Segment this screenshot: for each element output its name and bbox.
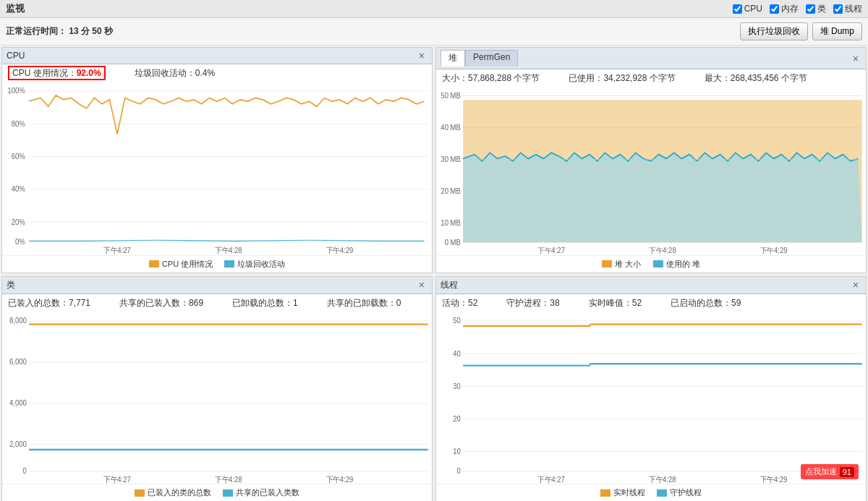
svg-text:100%: 100% [7, 87, 25, 95]
cpu-legend: CPU 使用情况 垃圾回收活动 [2, 255, 432, 273]
svg-text:4,000: 4,000 [9, 398, 27, 407]
heap-size-stat: 大小：57,868,288 个字节 [442, 72, 540, 85]
heap-used-stat: 已使用：34,232,928 个字节 [569, 72, 675, 85]
svg-text:50: 50 [453, 316, 461, 325]
svg-text:0%: 0% [15, 238, 25, 247]
checkbox-thread[interactable]: 线程 [833, 3, 862, 15]
threads-panel-header: 线程 × [436, 277, 866, 294]
legend-color-heap-size [602, 260, 612, 267]
svg-text:下午4:28: 下午4:28 [649, 247, 676, 254]
svg-text:下午4:28: 下午4:28 [215, 247, 242, 255]
legend-heap-size: 堆 大小 [602, 259, 641, 270]
app-title: 监视 [6, 2, 25, 15]
threads-chart: 50 40 30 20 10 0 下午4:27 下午4:28 下午4:29 [436, 312, 866, 484]
header-buttons: 执行垃圾回收 堆 Dump [740, 22, 862, 40]
legend-classes-total: 已装入的类的总数 [135, 487, 211, 498]
watermark-badge: 点我加速 91 [801, 464, 859, 479]
threads-active: 活动：52 [442, 297, 477, 309]
heap-panel: 堆 PermGen × 大小：57,868,288 个字节 已使用：34,232… [435, 47, 867, 273]
legend-color-heap-used [653, 260, 663, 267]
svg-text:30: 30 [453, 382, 461, 390]
svg-text:2,000: 2,000 [9, 440, 27, 448]
svg-text:10: 10 [453, 447, 461, 455]
uptime-display: 正常运行时间： 13 分 50 秒 [6, 25, 113, 38]
heap-panel-header: 堆 PermGen × [436, 48, 866, 69]
header-row: 正常运行时间： 13 分 50 秒 执行垃圾回收 堆 Dump [0, 18, 868, 46]
classes-unloaded-total: 已卸载的总数：1 [232, 297, 298, 309]
heap-stats: 大小：57,868,288 个字节 已使用：34,232,928 个字节 最大：… [436, 69, 866, 87]
threads-panel: 线程 × 活动：52 守护进程：38 实时峰值：52 已启动的总数：59 [435, 276, 867, 502]
cpu-usage-label: CPU 使用情况：92.0% [8, 67, 106, 80]
svg-text:10 MB: 10 MB [441, 219, 461, 227]
tab-heap[interactable]: 堆 [441, 50, 465, 67]
heap-max-stat: 最大：268,435,456 个字节 [705, 72, 807, 85]
classes-shared-unloaded: 共享的已卸载数：0 [327, 297, 401, 309]
legend-color-daemon-threads [657, 489, 667, 497]
legend-color-live-threads [600, 489, 610, 497]
svg-text:下午4:29: 下午4:29 [760, 475, 788, 484]
classes-shared-loaded: 共享的已装入数：869 [119, 297, 203, 309]
legend-live-threads: 实时线程 [600, 487, 645, 498]
svg-text:60%: 60% [12, 153, 25, 161]
cpu-panel-close[interactable]: × [416, 50, 427, 61]
uptime-value: 13 分 50 秒 [69, 26, 113, 36]
classes-panel: 类 × 已装入的总数：7,771 共享的已装入数：869 已卸载的总数：1 共享… [1, 276, 433, 502]
classes-panel-close[interactable]: × [416, 279, 427, 291]
cpu-panel: CPU × CPU 使用情况：92.0% 垃圾回收活动：0.4% [1, 47, 433, 273]
classes-panel-header: 类 × [2, 277, 432, 294]
threads-daemon: 守护进程：38 [506, 297, 559, 309]
checkbox-class[interactable]: 类 [806, 3, 826, 15]
checkbox-memory[interactable]: 内存 [770, 3, 799, 15]
svg-text:30 MB: 30 MB [441, 155, 461, 163]
tab-permgen[interactable]: PermGen [465, 50, 518, 67]
svg-text:40%: 40% [12, 185, 25, 194]
legend-color-gc [224, 260, 234, 267]
svg-text:20 MB: 20 MB [441, 187, 461, 195]
threads-svg: 50 40 30 20 10 0 下午4:27 下午4:28 下午4:29 [436, 312, 866, 484]
threads-panel-title: 线程 [441, 279, 458, 291]
svg-text:下午4:29: 下午4:29 [760, 247, 788, 254]
svg-text:下午4:27: 下午4:27 [103, 475, 131, 484]
cpu-stats: CPU 使用情况：92.0% 垃圾回收活动：0.4% [2, 64, 432, 82]
legend-classes-shared: 共享的已装入类数 [223, 487, 299, 498]
heap-panel-close[interactable]: × [850, 53, 861, 64]
heap-legend: 堆 大小 使用的 堆 [436, 255, 866, 273]
svg-text:0: 0 [457, 466, 461, 475]
classes-svg: 8,000 6,000 4,000 2,000 0 下午4:27 下午4:28 … [2, 312, 432, 484]
classes-stats: 已装入的总数：7,771 共享的已装入数：869 已卸载的总数：1 共享的已卸载… [2, 294, 432, 312]
svg-text:20: 20 [453, 414, 461, 423]
legend-color-classes-shared [223, 489, 233, 497]
legend-daemon-threads: 守护线程 [657, 487, 702, 498]
classes-panel-title: 类 [7, 279, 15, 291]
gc-button[interactable]: 执行垃圾回收 [740, 22, 808, 40]
svg-text:下午4:28: 下午4:28 [649, 475, 676, 484]
cpu-chart: 100% 80% 60% 40% 20% 0% 下午4:27 下午4:28 下午… [2, 82, 432, 255]
threads-stats: 活动：52 守护进程：38 实时峰值：52 已启动的总数：59 [436, 294, 866, 312]
threads-legend: 实时线程 守护线程 [436, 484, 866, 501]
heap-svg: 50 MB 40 MB 30 MB 20 MB 10 MB 0 MB 下午4:2… [436, 87, 866, 255]
legend-gc-activity: 垃圾回收活动 [224, 259, 285, 270]
svg-text:6,000: 6,000 [9, 357, 27, 366]
cpu-svg: 100% 80% 60% 40% 20% 0% 下午4:27 下午4:28 下午… [2, 82, 432, 255]
classes-legend: 已装入的类的总数 共享的已装入类数 [2, 484, 432, 501]
watermark-text: 点我加速 [805, 466, 837, 477]
checkbox-cpu[interactable]: CPU [733, 4, 762, 14]
threads-peak: 实时峰值：52 [589, 297, 642, 309]
top-bar: 监视 CPU 内存 类 线程 [0, 0, 868, 18]
legend-color-cpu [149, 260, 159, 267]
svg-text:下午4:27: 下午4:27 [103, 247, 131, 255]
heap-dump-button[interactable]: 堆 Dump [812, 22, 862, 40]
cpu-panel-title: CPU [7, 51, 25, 61]
svg-text:下午4:29: 下午4:29 [326, 475, 354, 484]
svg-text:8,000: 8,000 [9, 316, 27, 325]
legend-color-classes-total [135, 489, 145, 497]
legend-cpu-usage: CPU 使用情况 [149, 259, 213, 270]
svg-text:0 MB: 0 MB [445, 238, 461, 246]
svg-text:下午4:29: 下午4:29 [326, 247, 354, 255]
heap-chart: 50 MB 40 MB 30 MB 20 MB 10 MB 0 MB 下午4:2… [436, 87, 866, 255]
svg-text:0: 0 [23, 466, 27, 475]
watermark-sub: 91 [840, 467, 854, 477]
svg-text:40: 40 [453, 349, 461, 358]
svg-text:下午4:27: 下午4:27 [537, 475, 565, 484]
threads-panel-close[interactable]: × [850, 279, 861, 291]
